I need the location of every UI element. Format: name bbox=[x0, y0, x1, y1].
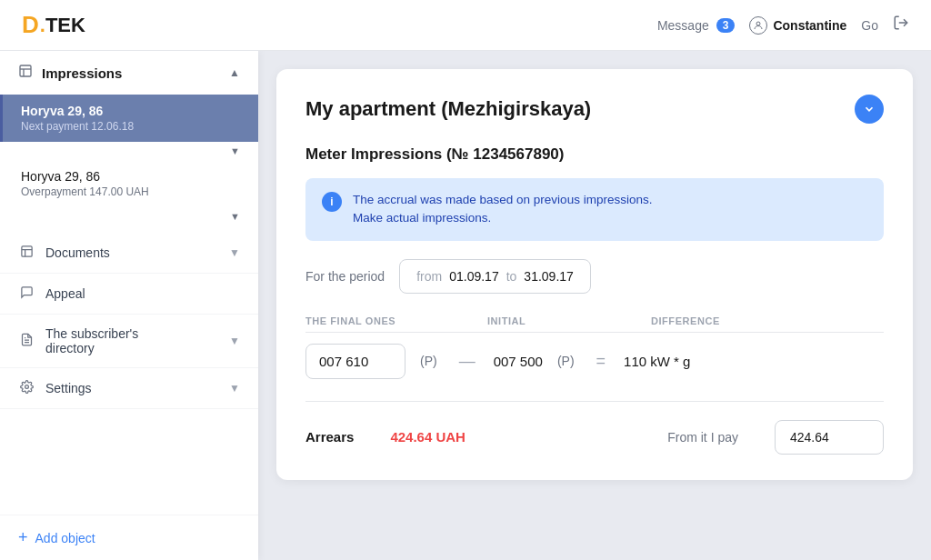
nav-right: Message 3 Constantine Go bbox=[657, 15, 909, 35]
settings-label: Settings bbox=[45, 381, 229, 395]
period-row: For the period from 01.09.17 to 31.09.17 bbox=[305, 259, 884, 294]
account-list: Horyva 29, 86 Next payment 12.06.18 ▼ Ho… bbox=[0, 95, 258, 225]
from-it-pay-label: From it I pay bbox=[667, 430, 738, 445]
meter-row: 007 610 (P) — 007 500 (P) = 110 kW * g bbox=[305, 344, 884, 379]
meter-table-header: THE FINAL ONES INITIAL DIFFERENCE bbox=[305, 315, 884, 333]
initial-value: 007 500 bbox=[494, 354, 543, 369]
card-header: My apartment (Mezhigirskaya) bbox=[305, 95, 884, 124]
user-icon bbox=[749, 16, 767, 35]
documents-icon bbox=[18, 245, 35, 261]
minus-sign: — bbox=[459, 352, 476, 371]
impressions-icon bbox=[18, 64, 33, 82]
topnav: D.TEK Message 3 Constantine Go bbox=[0, 0, 931, 51]
svg-rect-2 bbox=[20, 65, 31, 76]
final-unit: (P) bbox=[420, 354, 437, 368]
appeal-icon bbox=[18, 285, 35, 302]
message-label: Message bbox=[657, 18, 709, 33]
arrears-label: Arrears bbox=[305, 429, 354, 445]
account-item-2[interactable]: Horyva 29, 86 Overpayment 147.00 UAH bbox=[0, 160, 258, 207]
meter-section-title: Meter Impressions (№ 1234567890) bbox=[305, 145, 884, 164]
account-subtitle-1: Next payment 12.06.18 bbox=[21, 120, 240, 133]
logo-d: D bbox=[22, 11, 39, 39]
logout-button[interactable] bbox=[893, 15, 909, 35]
message-badge: 3 bbox=[716, 18, 736, 33]
info-icon: i bbox=[322, 192, 342, 212]
main-layout: Impressions ▲ Horyva 29, 86 Next payment… bbox=[0, 51, 931, 560]
sidebar: Impressions ▲ Horyva 29, 86 Next payment… bbox=[0, 51, 258, 560]
info-box-text: The accrual was made based on previous i… bbox=[353, 191, 652, 228]
pay-value-input[interactable] bbox=[775, 420, 884, 455]
user-name: Constantine bbox=[773, 18, 846, 33]
period-label: For the period bbox=[305, 269, 385, 284]
account-subtitle-2: Overpayment 147.00 UAH bbox=[21, 185, 240, 198]
period-input[interactable]: from 01.09.17 to 31.09.17 bbox=[399, 259, 591, 294]
appeal-label: Appeal bbox=[45, 286, 240, 301]
sidebar-nav: Documents ▼ Appeal The subscriber'sdirec… bbox=[0, 233, 258, 515]
from-value: 01.09.17 bbox=[449, 269, 499, 284]
go-button[interactable]: Go bbox=[861, 18, 878, 33]
account-item-1[interactable]: Horyva 29, 86 Next payment 12.06.18 bbox=[0, 95, 258, 142]
svg-point-0 bbox=[756, 22, 760, 25]
user-menu[interactable]: Constantine bbox=[749, 16, 846, 35]
col-difference-header: DIFFERENCE bbox=[651, 315, 884, 326]
sidebar-item-settings[interactable]: Settings ▼ bbox=[0, 368, 258, 409]
add-object-button[interactable]: + Add object bbox=[0, 515, 258, 560]
sidebar-item-documents[interactable]: Documents ▼ bbox=[0, 233, 258, 274]
documents-expand-icon: ▼ bbox=[229, 246, 240, 259]
to-value: 31.09.17 bbox=[524, 269, 574, 284]
col-initial-header: INITIAL bbox=[487, 315, 651, 326]
directory-label: The subscriber'sdirectory bbox=[45, 326, 229, 355]
logo: D.TEK bbox=[22, 11, 85, 39]
documents-label: Documents bbox=[45, 245, 229, 260]
arrears-row: Arrears 424.64 UAH From it I pay bbox=[305, 401, 884, 455]
account-2-expand[interactable]: ▼ bbox=[0, 207, 258, 225]
info-box: i The accrual was made based on previous… bbox=[305, 178, 884, 241]
sidebar-item-appeal[interactable]: Appeal bbox=[0, 274, 258, 315]
apartment-title: My apartment (Mezhigirskaya) bbox=[305, 97, 591, 121]
directory-expand-icon: ▼ bbox=[229, 335, 240, 347]
sidebar-item-directory[interactable]: The subscriber'sdirectory ▼ bbox=[0, 315, 258, 368]
initial-unit: (P) bbox=[557, 354, 575, 368]
add-object-plus-icon: + bbox=[18, 528, 28, 547]
content-area: My apartment (Mezhigirskaya) Meter Impre… bbox=[258, 51, 931, 560]
difference-value: 110 kW * g bbox=[624, 354, 690, 369]
final-value: 007 610 bbox=[319, 354, 368, 369]
impressions-label: Impressions bbox=[42, 65, 122, 81]
svg-point-10 bbox=[25, 385, 28, 389]
message-button[interactable]: Message 3 bbox=[657, 18, 736, 33]
logo-tek: TEK bbox=[45, 14, 85, 37]
settings-expand-icon: ▼ bbox=[229, 382, 240, 395]
impressions-header[interactable]: Impressions ▲ bbox=[0, 51, 258, 95]
account-address-1: Horyva 29, 86 bbox=[21, 104, 240, 118]
equals-sign: = bbox=[596, 352, 606, 371]
col-final-header: THE FINAL ONES bbox=[305, 315, 487, 326]
to-label: to bbox=[506, 269, 517, 284]
arrears-amount: 424.64 UAH bbox=[390, 429, 466, 445]
from-label: from bbox=[416, 269, 442, 284]
final-value-input[interactable]: 007 610 bbox=[305, 344, 405, 379]
settings-icon bbox=[18, 380, 35, 396]
impressions-expand-icon[interactable]: ▲ bbox=[229, 66, 240, 79]
account-address-2: Horyva 29, 86 bbox=[21, 169, 240, 184]
account-1-expand[interactable]: ▼ bbox=[0, 142, 258, 160]
directory-icon bbox=[18, 333, 35, 349]
svg-rect-5 bbox=[21, 246, 31, 256]
card-toggle-button[interactable] bbox=[855, 95, 884, 124]
main-card: My apartment (Mezhigirskaya) Meter Impre… bbox=[276, 69, 913, 480]
add-object-label: Add object bbox=[35, 531, 95, 545]
